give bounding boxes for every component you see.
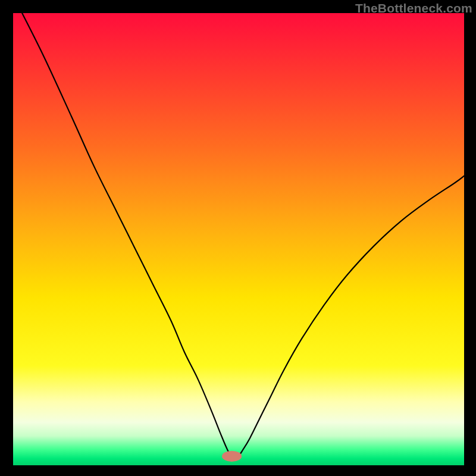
chart-frame: TheBottleneck.com (0, 0, 476, 476)
optimal-marker (222, 451, 242, 462)
plot-area (13, 13, 464, 465)
gradient-background (13, 13, 464, 465)
bottleneck-chart (13, 13, 464, 465)
watermark-text: TheBottleneck.com (355, 1, 472, 15)
